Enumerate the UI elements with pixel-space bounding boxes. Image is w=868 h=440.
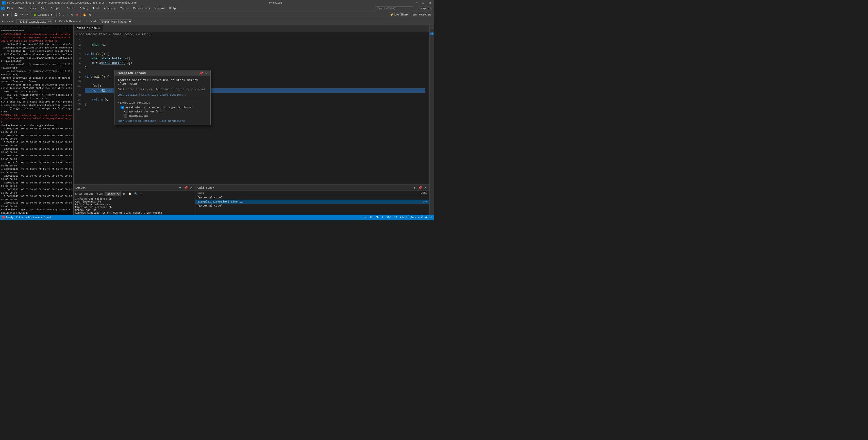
menu-project[interactable]: Project [49, 6, 64, 10]
lifecycle-button[interactable]: ⚑ Lifecycle Events ▼ [53, 20, 83, 23]
play-icon: ▶ [34, 13, 37, 17]
menu-build[interactable]: Build [65, 6, 77, 10]
exe-checkbox[interactable] [124, 114, 127, 118]
output-panel-title: Output [75, 186, 86, 189]
exception-close-button[interactable]: ✕ [205, 71, 208, 75]
tab-example1-cpp[interactable]: example1.cpp ✕ [73, 25, 103, 31]
code-line-2: char *x; [85, 43, 425, 47]
forward-button[interactable]: ▶ [6, 12, 10, 17]
terminal-line: (longjmp, SEH and C++ exceptions "are" s… [1, 107, 72, 114]
menu-test[interactable]: Test [91, 6, 101, 10]
maximize-button[interactable]: □ [422, 1, 425, 4]
output-find-button[interactable]: 🔍 [133, 192, 138, 196]
debug-toolbar: Process: [33336] example1.exe ⚑ Lifecycl… [0, 18, 434, 25]
output-pin-button[interactable]: 📌 [183, 186, 188, 190]
callstack-panel-controls: ▼ 📌 ✕ [412, 186, 427, 190]
callstack-row[interactable]: [External Code] [195, 204, 429, 208]
output-close-button[interactable]: ✕ [189, 186, 193, 190]
triangle-icon: ▼ [118, 101, 119, 104]
menu-file[interactable]: File [5, 6, 16, 10]
show-output-label: Show output from: [75, 192, 103, 195]
callstack-pin-button[interactable]: 📌 [417, 186, 423, 190]
menu-git[interactable]: Git [39, 6, 48, 10]
output-line: Right alloca redzone: cb [75, 206, 194, 209]
footer-link-separator: | [157, 120, 159, 123]
output-dropdown-button[interactable]: ▼ [178, 186, 182, 190]
break-checkbox[interactable]: ✓ [121, 106, 124, 109]
copy-details-link[interactable]: Copy Details [118, 93, 137, 96]
output-clear-button[interactable]: 🗑 [122, 192, 126, 196]
thread-select[interactable]: [24608] Main Thread [99, 19, 132, 24]
live-share-button[interactable]: ⚡ Live Share [388, 12, 410, 17]
status-no-issues[interactable]: ⊙ No issues found [25, 216, 51, 219]
terminal-line: 0x305291d0: 00 00 00 00 00 00 00 00 00 0… [1, 148, 72, 154]
menu-extensions[interactable]: Extensions [131, 6, 152, 10]
menu-edit[interactable]: Edit [16, 6, 27, 10]
live-share-link[interactable]: Start Live Share session... [142, 93, 187, 96]
minimize-button[interactable]: ─ [415, 1, 418, 4]
breakpoints-button[interactable]: ⊕ [88, 12, 93, 17]
pin-button[interactable]: 📌 [198, 71, 204, 75]
terminal-line: ========================================… [1, 26, 72, 33]
main-toolbar: ◀ ▶ 💾 ↩ ↪ ▶ Continue ▼ ⤵ ↓ ↑ ↺ ■ 🔥 ⊕ ⚡ L… [0, 11, 434, 18]
output-line: Address Sanitizer Error: Use of stack me… [75, 212, 194, 214]
breadcrumb-sep1: › [108, 33, 110, 36]
callstack-row-name: [External Code] [197, 196, 418, 199]
menu-tools[interactable]: Tools [118, 6, 131, 10]
redo-button[interactable]: ↪ [24, 12, 29, 17]
callstack-row[interactable]: [External Code] [195, 196, 429, 200]
stop-button[interactable]: ■ [75, 12, 79, 17]
output-source-select[interactable]: Debug [104, 192, 121, 196]
terminal-line: Shadow byte legend (one shadow byte repr… [1, 208, 72, 215]
terminal-line: 0x30529220: 00 00 00 00 00 00 00 00 00 0… [1, 181, 72, 188]
add-to-source-control[interactable]: Add to Source Control [400, 216, 432, 219]
step-over-button[interactable]: ⤵ [58, 12, 61, 17]
editor-area: example1.cpp ✕ Miscellaneous Files › (Gl… [73, 25, 429, 215]
hot-reload-button[interactable]: 🔥 [82, 12, 88, 17]
output-wrap-button[interactable]: ↵ [140, 192, 144, 196]
menu-view[interactable]: View [28, 6, 38, 10]
back-button[interactable]: ◀ [1, 12, 5, 17]
solution-explorer-icon[interactable]: ≡ [430, 26, 434, 30]
code-line-4: ▾void foo() { [85, 52, 425, 56]
menu-window[interactable]: Window [153, 6, 167, 10]
vertical-scrollbar[interactable] [427, 37, 429, 185]
status-zoom[interactable]: 111 % [16, 216, 23, 219]
open-exception-settings-link[interactable]: Open Exception Settings [118, 120, 156, 123]
step-into-button[interactable]: ↓ [62, 12, 65, 17]
step-out-button[interactable]: ↑ [66, 12, 69, 17]
search-input[interactable] [375, 6, 413, 10]
vs-icon: ⚡ [2, 1, 6, 5]
output-panel-header: Output ▼ 📌 ✕ [73, 185, 195, 191]
callstack-dropdown-button[interactable]: ▼ [412, 186, 416, 190]
terminal-line: 0x30529230: 00 00 00 00 00 00 00 00 00 0… [1, 188, 72, 195]
close-button[interactable]: ✕ [428, 1, 432, 5]
edit-conditions-link[interactable]: Edit Conditions [160, 120, 185, 123]
restart-button[interactable]: ↺ [70, 12, 74, 17]
continue-button[interactable]: ▶ Continue ▼ [32, 12, 55, 18]
tab-bar: example1.cpp ✕ [73, 25, 429, 31]
menu-analyze[interactable]: Analyze [102, 6, 118, 10]
menu-help[interactable]: Help [167, 6, 178, 10]
callstack-row[interactable]: example1.exe!main() Line 12C++ [195, 200, 429, 204]
breadcrumb-scope[interactable]: Miscellaneous Files [75, 33, 107, 36]
terminal-line: WRITE of size 1 at 0x0294901d thread T0 [1, 39, 72, 43]
tab-close-icon[interactable]: ✕ [98, 26, 100, 30]
settings-header: ▼ Exception Settings [118, 101, 207, 104]
exception-links: Copy Details | Start Live Share session.… [118, 93, 207, 96]
exception-main-text: Address Sanitizer Error: Use of stack me… [118, 78, 207, 86]
terminal-line: Shadow bytes around the buggy address: [1, 124, 72, 127]
ready-icon: 🔴 [2, 216, 5, 219]
status-spc: SPC [386, 216, 391, 219]
breadcrumb-global[interactable]: (Global Scope) [111, 33, 134, 36]
save-button[interactable]: 💾 [13, 12, 19, 17]
output-copy-button[interactable]: 📋 [127, 192, 132, 196]
team-explorer-icon[interactable]: 👥 [430, 31, 434, 35]
terminal-line: #1 0x785ab in _scrt_common_main_seh d:\A… [1, 50, 72, 56]
menu-debug[interactable]: Debug [78, 6, 90, 10]
terminal-line: Address 0x0294901d is located in stack o… [1, 76, 72, 83]
process-select[interactable]: [33336] example1.exe [17, 19, 52, 24]
callstack-close-button[interactable]: ✕ [424, 186, 427, 190]
undo-button[interactable]: ↩ [19, 12, 24, 17]
main-area: ========================================… [0, 25, 434, 215]
